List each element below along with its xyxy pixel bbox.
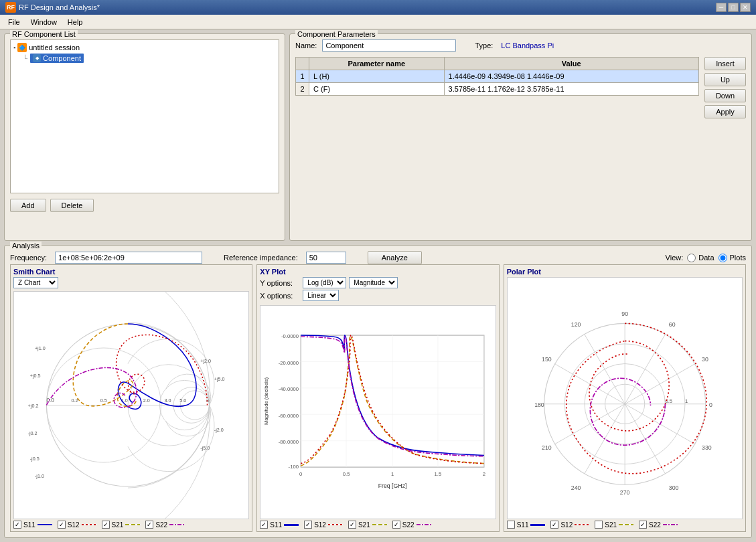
component-btn-row: Add Delete [10,199,279,212]
minimize-button[interactable]: ─ [716,3,727,12]
xy-s22-checkbox[interactable] [392,521,400,529]
component-params-label: Component Parameters [295,30,378,38]
xy-plot-panel: XY Plot Y options: Log (dB) Linear Magni… [256,264,499,532]
xy-s11-label: S11 [270,521,282,529]
svg-text:-40.0000: -40.0000 [279,386,299,392]
x-options-select[interactable]: Linear Log [303,290,339,301]
polar-s12-checkbox[interactable] [550,521,558,529]
smith-s11-legend: S11 [13,521,52,529]
x-options-row: X options: Linear Log [260,290,496,301]
polar-s12-line [575,524,589,525]
component-tree[interactable]: ▪ 🔷 untitled session └ ◆ Component [10,39,279,193]
x-options-label: X options: [260,292,300,300]
session-node[interactable]: ▪ 🔷 untitled session [13,43,276,52]
xy-plot-svg: -0.0000 -20.0000 -40.0000 -60.0000 -80.0… [260,306,495,519]
svg-text:-80.0000: -80.0000 [279,439,299,445]
polar-s11-label: S11 [517,521,529,529]
polar-s21-checkbox[interactable] [595,521,603,529]
param-value: 1.4446e-09 4.3949e-08 1.4446e-09 [444,70,698,83]
data-radio[interactable] [687,254,696,262]
analyze-button[interactable]: Analyze [368,251,422,264]
smith-chart-dropdown[interactable]: Z Chart Y Chart ZY Chart [13,277,58,288]
apply-button[interactable]: Apply [704,105,746,118]
main-content: RF Component List ▪ 🔷 untitled session └… [0,29,756,542]
param-name-col-header: Parameter name [309,58,445,70]
svg-text:300: 300 [669,484,679,491]
component-icon: ◆ [33,54,41,62]
value-col-header: Value [444,58,698,70]
polar-s21-legend: S21 [595,521,633,529]
type-value: LC Bandpass Pi [501,41,554,50]
svg-text:90: 90 [621,310,628,317]
smith-s12-checkbox[interactable] [58,521,66,529]
xy-s12-checkbox[interactable] [304,521,312,529]
xy-s21-line [372,524,387,525]
add-button[interactable]: Add [10,199,46,212]
xy-s12-label: S12 [314,521,326,529]
table-row[interactable]: 1 L (H) 1.4446e-09 4.3949e-08 1.4446e-09 [296,70,699,83]
close-button[interactable]: ✕ [740,3,751,12]
name-input[interactable] [322,39,456,52]
y-options-select1[interactable]: Log (dB) Linear [303,277,346,288]
analysis-label: Analysis [10,242,42,250]
delete-button[interactable]: Delete [50,199,94,212]
ref-impedance-input[interactable] [306,252,346,264]
polar-s11-legend: S11 [507,521,546,529]
svg-text:1.5: 1.5 [435,471,442,477]
menu-help[interactable]: Help [62,17,88,27]
smith-s11-checkbox[interactable] [13,521,21,529]
down-button[interactable]: Down [704,89,746,102]
xy-s12-line [328,524,343,525]
svg-text:60: 60 [669,321,676,328]
window-controls[interactable]: ─ □ ✕ [716,3,751,12]
y-options-label: Y options: [260,279,300,287]
table-row[interactable]: 2 C (F) 3.5785e-11 1.1762e-12 3.5785e-11 [296,83,699,96]
svg-text:Freq [GHz]: Freq [GHz] [378,482,407,489]
xy-s21-checkbox[interactable] [348,521,356,529]
y-options-row: Y options: Log (dB) Linear Magnitude Pha… [260,277,496,288]
smith-s12-line [82,524,96,525]
plots-area: Smith Chart Z Chart Y Chart ZY Chart [10,264,746,532]
polar-plot-legend: S11 S12 S21 S22 [507,521,743,529]
svg-text:-j1.0: -j1.0 [35,473,44,479]
plots-radio[interactable] [719,254,727,262]
insert-button[interactable]: Insert [704,57,746,70]
svg-text:180: 180 [534,401,544,408]
svg-text:2: 2 [483,471,485,477]
polar-s22-line [663,524,678,525]
svg-text:1: 1 [685,398,688,404]
smith-s22-checkbox[interactable] [145,521,153,529]
smith-s21-checkbox[interactable] [102,521,110,529]
view-data-radio[interactable]: Data [687,254,714,262]
window-title: RF Design and Analysis* [19,3,716,11]
plots-radio-label: Plots [730,254,746,262]
svg-text:0.5: 0.5 [100,397,107,403]
frequency-input[interactable] [55,252,202,264]
rf-component-list-panel: RF Component List ▪ 🔷 untitled session └… [4,33,285,241]
xy-s11-checkbox[interactable] [260,521,268,529]
menu-file[interactable]: File [3,17,25,27]
xy-plot-canvas: -0.0000 -20.0000 -40.0000 -60.0000 -80.0… [260,305,496,519]
xy-s22-legend: S22 [392,521,431,529]
xy-s22-label: S22 [402,521,414,529]
component-node[interactable]: ◆ Component [30,54,84,63]
maximize-button[interactable]: □ [728,3,739,12]
svg-text:0.2: 0.2 [72,397,78,403]
menu-window[interactable]: Window [25,17,62,27]
view-plots-radio[interactable]: Plots [719,254,746,262]
up-button[interactable]: Up [704,73,746,86]
svg-text:-60.0000: -60.0000 [279,413,299,419]
svg-text:120: 120 [571,321,581,328]
svg-text:+j5.0: +j5.0 [214,376,225,382]
collapse-icon[interactable]: ▪ [13,44,15,51]
y-options-select2[interactable]: Magnitude Phase [349,277,398,288]
view-section: View: Data Plots [666,254,746,262]
name-type-row: Name: Type: LC Bandpass Pi [295,39,746,52]
polar-s12-legend: S12 [550,521,589,529]
top-section: RF Component List ▪ 🔷 untitled session └… [4,33,752,241]
svg-text:0: 0 [709,401,712,408]
xy-y-options: Y options: Log (dB) Linear Magnitude Pha… [260,277,496,302]
polar-s22-checkbox[interactable] [639,521,647,529]
component-params-panel: Component Parameters Name: Type: LC Band… [289,33,752,241]
polar-s11-checkbox[interactable] [507,521,515,529]
